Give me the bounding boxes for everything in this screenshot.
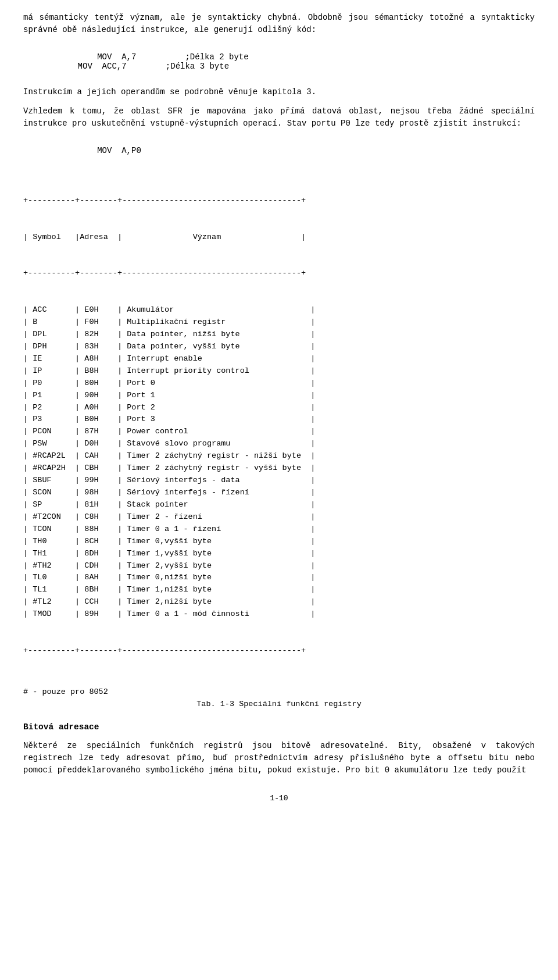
sfr-table-wrapper: +----------+--------+-------------------… (23, 170, 535, 682)
table-row: | #TL2 | CCH | Timer 2,nižší byte | (23, 596, 535, 608)
table-row: | #T2CON | C8H | Timer 2 - řízení | (23, 511, 535, 523)
page-content: má sémanticky tentýž význam, ale je synt… (23, 12, 535, 803)
table-row: | TL1 | 8BH | Timer 1,nižší byte | (23, 584, 535, 596)
table-row: | P2 | A0H | Port 2 | (23, 402, 535, 414)
table-caption: Tab. 1-3 Speciální funkční registry (23, 700, 535, 708)
table-row: | TCON | 88H | Timer 0 a 1 - řízení | (23, 523, 535, 536)
table-row: | TL0 | 8AH | Timer 0,nižší byte | (23, 572, 535, 584)
table-row: | P0 | 80H | Port 0 | (23, 377, 535, 390)
table-divider: +----------+--------+-------------------… (23, 268, 535, 280)
paragraph-3: Vzhledem k tomu, že oblast SFR je mapová… (23, 105, 535, 130)
table-row: | IP | B8H | Interrupt priority control … (23, 365, 535, 377)
table-row: | TH1 | 8DH | Timer 1,vyšší byte | (23, 548, 535, 560)
table-row: | ACC | E0H | Akumulátor | (23, 304, 535, 316)
table-rows: | ACC | E0H | Akumulátor || B | F0H | Mu… (23, 304, 535, 621)
table-row: | #RCAP2L | CAH | Timer 2 záchytný regis… (23, 450, 535, 462)
table-row: | PCON | 87H | Power control | (23, 426, 535, 438)
section-heading: Bitová adresace (23, 722, 535, 732)
table-row: | P3 | B0H | Port 3 | (23, 414, 535, 426)
code-text-2: MOV A,P0 (78, 146, 141, 155)
table-row: | SP | 81H | Stack pointer | (23, 499, 535, 511)
table-row: | TMOD | 89H | Timer 0 a 1 - mód činnost… (23, 608, 535, 621)
table-row: | #TH2 | CDH | Timer 2,vyšší byte | (23, 560, 535, 572)
table-row: | TH0 | 8CH | Timer 0,vyšší byte | (23, 536, 535, 548)
page-number: 1-10 (23, 794, 535, 803)
table-note: # - pouze pro 8052 (23, 687, 535, 696)
table-row: | P1 | 90H | Port 1 | (23, 390, 535, 402)
table-row: | IE | A8H | Interrupt enable | (23, 353, 535, 365)
table-row: | PSW | D0H | Stavové slovo programu | (23, 438, 535, 450)
table-row: | SBUF | 99H | Sériový interfejs - data … (23, 475, 535, 487)
code-block-2: MOV A,P0 (58, 137, 535, 165)
paragraph-1: má sémanticky tentýž význam, ale je synt… (23, 12, 535, 36)
section-paragraph-1: Některé ze speciálních funkčních registr… (23, 740, 535, 776)
table-border-bottom: +----------+--------+-------------------… (23, 645, 535, 657)
table-row: | SCON | 98H | Sériový interfejs - řízen… (23, 487, 535, 499)
code-text-1: MOV A,7 ;Délka 2 byte MOV ACC,7 ;Délka 3… (58, 52, 249, 71)
table-row: | #RCAP2H | CBH | Timer 2 záchytný regis… (23, 462, 535, 475)
table-header: | Symbol |Adresa | Význam | (23, 231, 535, 244)
table-border-top: +----------+--------+-------------------… (23, 195, 535, 207)
paragraph-2: Instrukcím a jejich operandům se podrobn… (23, 86, 535, 98)
code-block-1: MOV A,7 ;Délka 2 byte MOV ACC,7 ;Délka 3… (58, 43, 535, 80)
table-row: | DPL | 82H | Data pointer, nižší byte | (23, 329, 535, 341)
table-row: | DPH | 83H | Data pointer, vyšší byte | (23, 341, 535, 353)
table-row: | B | F0H | Multiplikační registr | (23, 316, 535, 329)
